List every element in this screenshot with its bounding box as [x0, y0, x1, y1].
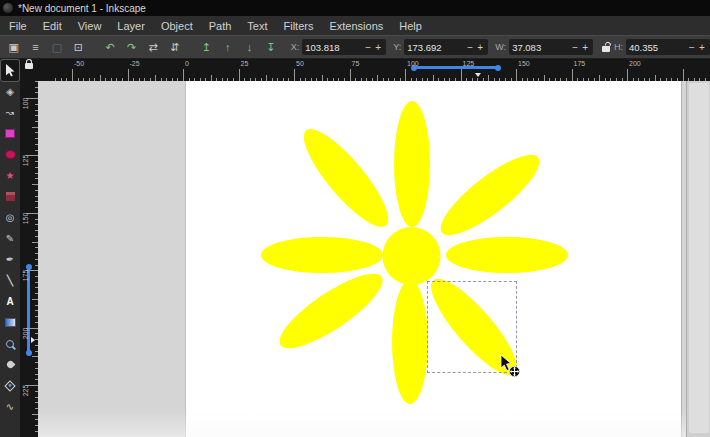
window-title: *New document 1 - Inkscape [18, 3, 146, 14]
menu-help[interactable]: Help [391, 18, 430, 34]
petal-right[interactable] [446, 237, 568, 273]
menu-path[interactable]: Path [201, 18, 240, 34]
raise-button[interactable]: ↑ [220, 39, 236, 56]
pencil-tool[interactable]: ✎ [1, 228, 19, 249]
lower-button[interactable]: ↓ [242, 39, 258, 56]
drawing-canvas[interactable] [38, 81, 710, 437]
star-tool[interactable]: ★ [1, 165, 19, 186]
y-value[interactable]: 173.692 [407, 42, 465, 53]
h-plus-button[interactable]: + [697, 42, 707, 53]
petal-upper-left[interactable] [292, 119, 399, 237]
w-label: W: [495, 42, 506, 52]
ruler-label: 125 [22, 152, 29, 170]
ruler-label: 200 [629, 60, 641, 67]
petal-left[interactable] [261, 237, 383, 273]
bezier-pen-tool[interactable]: ✒ [1, 249, 19, 270]
x-plus-button[interactable]: + [373, 42, 383, 53]
menu-object[interactable]: Object [153, 18, 201, 34]
gradient-icon [5, 318, 16, 327]
vertical-ruler[interactable]: 100125150175200225 [20, 81, 38, 437]
deselect-button[interactable]: ▢ [49, 39, 65, 56]
flip-vertical-button[interactable]: ⇵ [167, 39, 183, 56]
h-minus-button[interactable]: − [687, 42, 697, 53]
flower-center[interactable] [383, 227, 441, 285]
ruler-label: 25 [241, 60, 249, 67]
w-value[interactable]: 37.083 [512, 42, 570, 53]
w-minus-button[interactable]: − [570, 42, 580, 53]
ruler-tick [294, 69, 295, 81]
text-tool[interactable]: A [1, 291, 19, 312]
rectangle-icon [5, 129, 15, 138]
dropper-icon [5, 360, 15, 370]
x-minus-button[interactable]: − [363, 42, 373, 53]
vertical-scrollbar[interactable] [686, 81, 710, 437]
ruler-selection-highlight-h [413, 66, 499, 69]
ruler-label: 175 [22, 267, 29, 285]
raise-to-top-button[interactable]: ↥ [199, 39, 215, 56]
spiral-tool[interactable]: ◎ [1, 207, 19, 228]
petal-lower-left[interactable] [270, 262, 391, 360]
h-value[interactable]: 40.355 [629, 42, 687, 53]
magnifier-icon [6, 340, 14, 348]
x-input[interactable]: 103.818 − + [302, 39, 386, 55]
menu-view[interactable]: View [70, 18, 110, 34]
pen-icon: ✒ [6, 254, 14, 265]
ruler-label: 50 [296, 60, 304, 67]
h-input[interactable]: 40.355 − + [626, 39, 710, 55]
rectangle-tool[interactable] [1, 123, 19, 144]
box3d-tool[interactable] [1, 186, 19, 207]
petal-top[interactable] [394, 101, 430, 227]
gradient-tool[interactable] [1, 312, 19, 333]
ruler-corner[interactable] [20, 59, 38, 81]
petal-bottom[interactable] [392, 280, 428, 404]
ruler-label: 75 [352, 60, 360, 67]
y-field: Y: 173.692 − + [393, 39, 488, 55]
y-input[interactable]: 173.692 − + [404, 39, 488, 55]
selector-tool[interactable] [1, 60, 19, 81]
lock-ratio-toggle[interactable] [599, 42, 612, 52]
rotate-ccw-button[interactable]: ↶ [102, 39, 118, 56]
horizontal-ruler[interactable]: -50-250255075100125150175200 [38, 59, 710, 81]
y-plus-button[interactable]: + [475, 42, 485, 53]
tweak-icon: ↝ [6, 107, 14, 118]
petal-upper-right[interactable] [431, 143, 549, 246]
menu-extensions[interactable]: Extensions [321, 18, 391, 34]
w-plus-button[interactable]: + [580, 42, 590, 53]
ruler-label: 100 [22, 95, 29, 113]
selector-arrow-icon [5, 64, 16, 77]
menu-edit[interactable]: Edit [35, 18, 70, 34]
calligraphy-tool[interactable]: ╲ [1, 270, 19, 291]
pencil-icon: ✎ [6, 233, 14, 244]
menu-text[interactable]: Text [239, 18, 275, 34]
lower-to-bottom-button[interactable]: ↧ [263, 39, 279, 56]
selection-frame-button[interactable]: ⊡ [71, 39, 87, 56]
y-label: Y: [393, 42, 401, 52]
x-value[interactable]: 103.818 [305, 42, 363, 53]
ruler-label: 100 [407, 60, 419, 67]
y-minus-button[interactable]: − [465, 42, 475, 53]
toolbox: ◈ ↝ ★ ◎ ✎ ✒ ╲ A ∿ [0, 59, 20, 437]
ruler-cursor-marker-h [475, 73, 481, 77]
dropper-tool[interactable] [1, 354, 19, 375]
w-input[interactable]: 37.083 − + [509, 39, 593, 55]
select-all-button[interactable]: ▣ [6, 39, 22, 56]
flip-horizontal-button[interactable]: ⇄ [145, 39, 161, 56]
select-all-layers-button[interactable]: ≡ [28, 39, 44, 56]
tweak-tool[interactable]: ↝ [1, 102, 19, 123]
ruler-tick [239, 69, 240, 81]
x-field: X: 103.818 − + [291, 39, 387, 55]
menu-file[interactable]: File [1, 18, 35, 34]
fill-bucket-tool[interactable] [1, 375, 19, 396]
node-tool[interactable]: ◈ [1, 81, 19, 102]
scrollbar-thumb[interactable] [689, 83, 709, 433]
rotate-cw-button[interactable]: ↷ [124, 39, 140, 56]
connector-tool[interactable]: ∿ [1, 396, 19, 417]
menu-filters[interactable]: Filters [276, 18, 322, 34]
ruler-tick [183, 69, 184, 81]
ellipse-tool[interactable] [1, 144, 19, 165]
inkscape-logo-icon [3, 3, 13, 13]
zoom-tool[interactable] [1, 333, 19, 354]
ruler-tick [572, 69, 573, 81]
menu-layer[interactable]: Layer [109, 18, 153, 34]
unlock-icon [602, 46, 610, 52]
